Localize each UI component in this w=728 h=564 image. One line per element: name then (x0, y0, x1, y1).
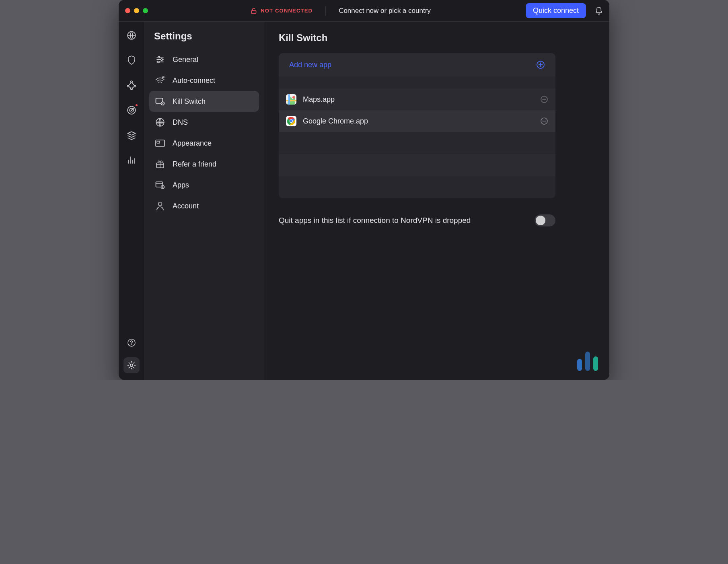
svg-point-24 (158, 202, 162, 206)
apps-card: Add new app Maps.app (279, 53, 555, 198)
svg-point-4 (134, 85, 136, 87)
add-app-button[interactable]: Add new app (279, 53, 555, 76)
app-row[interactable]: Maps.app (279, 89, 555, 110)
svg-point-10 (131, 344, 132, 345)
rail-stats-icon[interactable] (126, 154, 137, 166)
sidebar-label: Auto-connect (173, 76, 215, 85)
toggle-label: Quit apps in this list if connection to … (279, 216, 471, 225)
app-row[interactable]: Google Chrome.app (279, 110, 555, 132)
rail-shield-icon[interactable] (126, 55, 137, 66)
rail-radar-icon[interactable] (126, 105, 137, 116)
app-row-empty (279, 132, 555, 154)
remove-icon[interactable] (540, 95, 548, 103)
rail-globe-icon[interactable] (126, 30, 137, 41)
notification-dot-icon (135, 103, 138, 107)
divider (325, 6, 326, 16)
svg-point-32 (290, 120, 292, 122)
sidebar-item-dns[interactable]: DNS DNS (149, 112, 259, 133)
app-name-label: Google Chrome.app (303, 117, 534, 126)
sidebar-label: Appearance (173, 139, 212, 148)
sidebar-item-auto-connect[interactable]: Auto-connect (149, 70, 259, 91)
sidebar-label: Refer a friend (173, 160, 216, 169)
app-icon-chrome (286, 116, 296, 126)
app-name-label: Maps.app (303, 95, 534, 104)
svg-rect-0 (252, 10, 256, 14)
spacer (279, 76, 555, 89)
toggle-knob (536, 216, 545, 225)
rail-help-icon[interactable] (126, 337, 137, 348)
sidebar-label: Kill Switch (173, 97, 206, 106)
window-minimize-button[interactable] (134, 8, 139, 13)
sidebar-item-account[interactable]: Account (149, 196, 259, 216)
sidebar-item-kill-switch[interactable]: Kill Switch (149, 91, 259, 112)
notifications-icon[interactable] (595, 6, 603, 15)
svg-point-27 (292, 96, 295, 99)
svg-point-3 (127, 85, 129, 87)
svg-point-13 (161, 59, 162, 60)
quick-connect-button[interactable]: Quick connect (526, 3, 586, 18)
rail-stack-icon[interactable] (126, 130, 137, 141)
apps-icon (155, 180, 165, 190)
remove-icon[interactable] (540, 117, 548, 125)
svg-point-11 (130, 364, 132, 366)
sidebar-item-appearance[interactable]: Appearance (149, 133, 259, 154)
quit-apps-toggle[interactable] (535, 214, 555, 226)
gift-icon (155, 159, 165, 169)
sidebar-label: General (173, 56, 198, 64)
plus-circle-icon (536, 60, 545, 69)
content-area: Kill Switch Add new app Maps.app (264, 22, 609, 380)
sidebar-label: Account (173, 202, 199, 210)
sidebar-item-apps[interactable]: Apps (149, 175, 259, 196)
connection-status: NOT CONNECTED (251, 8, 313, 14)
window-close-button[interactable] (125, 8, 130, 13)
rail-settings-icon[interactable] (123, 357, 140, 373)
sidebar-item-refer[interactable]: Refer a friend (149, 154, 259, 175)
kill-switch-icon (155, 96, 165, 107)
sidebar-label: DNS (173, 118, 188, 127)
search-hint[interactable]: Connect now or pick a country (339, 7, 431, 15)
sidebar-title: Settings (154, 31, 254, 42)
wifi-auto-icon (155, 75, 165, 86)
lock-open-icon (251, 8, 257, 14)
title-bar: NOT CONNECTED Connect now or pick a coun… (119, 0, 609, 22)
add-app-label: Add new app (289, 61, 331, 69)
window-zoom-button[interactable] (143, 8, 148, 13)
app-icon-maps (286, 94, 296, 105)
svg-rect-20 (157, 141, 160, 143)
brand-mark-icon (577, 352, 598, 371)
settings-sidebar: Settings General Auto-connect Kill Switc… (144, 22, 264, 380)
connection-status-text: NOT CONNECTED (261, 8, 313, 14)
app-window: NOT CONNECTED Connect now or pick a coun… (119, 0, 609, 380)
page-title: Kill Switch (279, 32, 595, 43)
nav-rail (119, 22, 144, 380)
app-row-empty (279, 154, 555, 176)
toggle-row: Quit apps in this list if connection to … (279, 214, 555, 226)
sidebar-label: Apps (173, 181, 189, 189)
rail-mesh-icon[interactable] (126, 80, 137, 91)
svg-point-14 (158, 61, 159, 63)
account-icon (155, 201, 165, 211)
dns-icon: DNS (155, 117, 165, 128)
svg-text:DNS: DNS (157, 121, 163, 124)
appearance-icon (155, 138, 165, 148)
sidebar-item-general[interactable]: General (149, 49, 259, 70)
sliders-icon (155, 54, 165, 65)
window-traffic-lights (125, 8, 148, 13)
app-row-empty (279, 176, 555, 198)
svg-point-12 (158, 56, 160, 58)
